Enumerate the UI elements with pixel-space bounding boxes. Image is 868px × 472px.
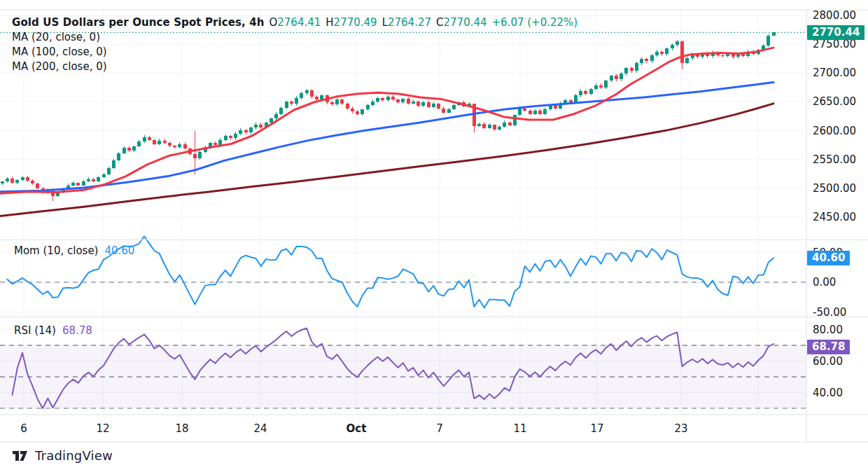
time-tick-17: 17 <box>590 422 603 435</box>
rsi-tick-60.00: 60.00 <box>813 355 843 368</box>
momentum-legend[interactable]: Mom (10, close)40.60 <box>14 244 134 257</box>
legend-ma100-row[interactable]: MA (100, close, 0) <box>12 46 578 58</box>
rsi-legend[interactable]: RSI (14)68.78 <box>14 324 92 337</box>
legend-ma20-row[interactable]: MA (20, close, 0) <box>12 31 578 43</box>
time-tick-18: 18 <box>175 422 188 435</box>
momentum-value: 40.60 <box>104 244 134 257</box>
time-tick-12: 12 <box>96 422 109 435</box>
rsi-tick-80.00: 80.00 <box>813 324 843 336</box>
price-tick-2650.00: 2650.00 <box>813 95 856 108</box>
price-change: +6.07 (+0.22%) <box>492 16 578 29</box>
momentum-tick--50.00: -50.00 <box>813 306 846 319</box>
rsi-tick-40.00: 40.00 <box>813 387 843 399</box>
ma20-label: MA (20, close, 0) <box>12 31 100 43</box>
momentum-badge: 40.60 <box>807 251 850 265</box>
tradingview-attribution[interactable]: TradingView <box>13 448 113 463</box>
tradingview-brand-text: TradingView <box>35 448 113 463</box>
time-tick-7: 7 <box>436 422 443 435</box>
ma100-label: MA (100, close, 0) <box>12 46 107 58</box>
time-axis[interactable]: 6121824Oct7111723 <box>0 415 806 442</box>
time-tick-23: 23 <box>674 422 687 435</box>
ohlc-low: L2764.27 <box>382 16 431 29</box>
price-axis[interactable]: 2800.002750.002700.002650.002600.002550.… <box>806 0 868 442</box>
price-tick-2450.00: 2450.00 <box>813 211 856 223</box>
price-tick-2600.00: 2600.00 <box>813 125 856 137</box>
tradingview-logo-icon <box>13 450 29 461</box>
time-tick-24: 24 <box>253 422 267 435</box>
tradingview-chart-window: Gold US Dollars per Ounce Spot Prices, 4… <box>0 0 868 472</box>
price-tick-2500.00: 2500.00 <box>813 182 856 195</box>
rsi-badge: 68.78 <box>807 340 850 354</box>
time-tick-Oct: Oct <box>346 422 367 435</box>
price-tick-2800.00: 2800.00 <box>813 9 856 22</box>
price-tick-2750.00: 2750.00 <box>813 38 856 50</box>
momentum-indicator-name: Mom (10, close) <box>14 244 98 257</box>
rsi-value: 68.78 <box>62 324 92 337</box>
momentum-tick-0.00: 0.00 <box>813 276 836 289</box>
symbol-title: Gold US Dollars per Ounce Spot Prices, 4… <box>12 16 264 29</box>
rsi-indicator-name: RSI (14) <box>14 324 56 337</box>
time-tick-6: 6 <box>20 422 27 435</box>
legend-ma200-row[interactable]: MA (200, close, 0) <box>12 60 578 73</box>
ohlc-open: O2764.41 <box>269 16 321 29</box>
price-tick-2550.00: 2550.00 <box>813 153 856 166</box>
time-tick-11: 11 <box>513 422 526 435</box>
ohlc-high: H2770.49 <box>326 16 377 29</box>
rsi-pane[interactable] <box>0 317 806 415</box>
ohlc-close: C2770.44 <box>436 16 487 29</box>
ma200-label: MA (200, close, 0) <box>12 60 107 73</box>
price-tick-2700.00: 2700.00 <box>813 67 856 79</box>
last-price-badge: 2770.44 <box>807 25 864 40</box>
legend: Gold US Dollars per Ounce Spot Prices, 4… <box>12 16 578 75</box>
legend-symbol-row[interactable]: Gold US Dollars per Ounce Spot Prices, 4… <box>12 16 578 29</box>
